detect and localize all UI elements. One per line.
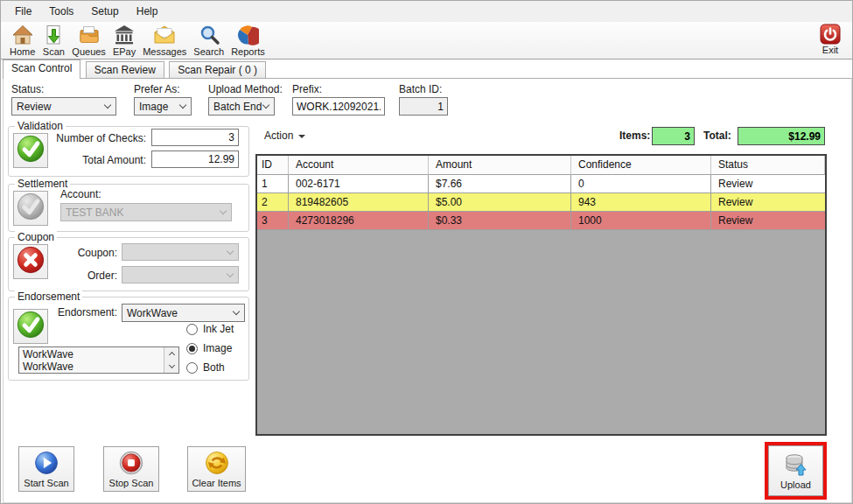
upload-method-value: Batch End (213, 101, 262, 113)
tab-scan-review[interactable]: Scan Review (86, 61, 164, 78)
queues-label: Queues (72, 46, 106, 57)
chevron-down-icon (179, 102, 186, 108)
spinner-down-icon[interactable] (168, 362, 174, 368)
list-item[interactable]: WorkWave (23, 348, 164, 360)
table-row[interactable]: 2 819482605 $5.00 943 Review (257, 193, 825, 212)
prefer-as-select[interactable]: Image (134, 97, 192, 116)
upload-button[interactable]: Upload (768, 445, 823, 496)
total-label: Total: (703, 130, 731, 142)
upload-method-select[interactable]: Batch End (208, 97, 275, 116)
endorsement-status-button[interactable] (13, 309, 48, 344)
col-status[interactable]: Status (711, 156, 825, 175)
menu-setup[interactable]: Setup (82, 1, 127, 22)
col-confidence[interactable]: Confidence (571, 156, 711, 175)
tab-scan-repair[interactable]: Scan Repair ( 0 ) (169, 61, 266, 78)
play-icon (34, 451, 59, 477)
search-button[interactable]: Search (190, 23, 227, 57)
clear-items-button[interactable]: Clear Items (187, 446, 246, 492)
radio-circle-icon (186, 362, 198, 374)
menu-help[interactable]: Help (128, 1, 167, 22)
stop-icon (119, 451, 143, 477)
menu-tools[interactable]: Tools (40, 1, 82, 22)
chevron-down-icon (227, 270, 234, 276)
action-menu-button[interactable]: Action (257, 126, 312, 145)
col-amount[interactable]: Amount (429, 156, 571, 175)
cell-status: Review (711, 193, 825, 212)
radio-selected-icon (186, 343, 198, 354)
messages-button[interactable]: Messages (139, 23, 190, 57)
list-item[interactable]: WorkWave (23, 360, 164, 373)
clear-items-label: Clear Items (192, 478, 241, 488)
chevron-down-icon (220, 207, 227, 214)
cell-amount: $7.66 (429, 175, 571, 193)
reports-label: Reports (231, 46, 265, 57)
epay-button[interactable]: EPay (109, 23, 139, 57)
col-account[interactable]: Account (289, 156, 429, 175)
prefer-as-value: Image (139, 101, 168, 113)
queues-button[interactable]: Queues (68, 23, 109, 57)
epay-icon (113, 24, 136, 46)
home-label: Home (10, 46, 35, 57)
total-amount-label: Total Amount: (52, 154, 146, 166)
number-of-checks-input[interactable] (151, 129, 239, 146)
number-of-checks-label: Number of Checks: (52, 132, 146, 144)
green-check-icon (17, 311, 45, 342)
refresh-icon (205, 451, 229, 477)
upload-highlight-box: Upload (765, 442, 827, 500)
scan-label: Scan (43, 46, 65, 57)
items-label: Items: (619, 130, 650, 142)
reports-button[interactable]: Reports (227, 23, 269, 57)
messages-label: Messages (143, 46, 186, 57)
spinner-up-icon[interactable] (168, 352, 174, 358)
coupon-status-button[interactable] (13, 244, 48, 279)
col-id[interactable]: ID (257, 156, 289, 175)
cell-amount: $0.33 (429, 212, 571, 230)
cell-confidence: 1000 (571, 212, 711, 230)
radio-image[interactable]: Image (186, 342, 232, 354)
endorsment-select[interactable]: WorkWave (122, 304, 245, 322)
coupon-select (122, 243, 239, 261)
table-row[interactable]: 3 4273018296 $0.33 1000 Review (257, 212, 825, 230)
order-label: Order: (53, 270, 117, 282)
exit-button[interactable]: Exit (815, 23, 845, 55)
search-icon (198, 24, 220, 46)
home-button[interactable]: Home (6, 23, 38, 57)
scan-button[interactable]: Scan (38, 23, 68, 57)
endorsment-value: WorkWave (127, 307, 178, 319)
items-grid: ID Account Amount Confidence Status 1 00… (255, 154, 827, 436)
cell-id: 1 (257, 175, 289, 193)
validation-status-button[interactable] (13, 133, 48, 168)
items-value: 3 (684, 130, 690, 143)
image-label: Image (203, 342, 232, 354)
status-select[interactable]: Review (11, 97, 116, 116)
table-row[interactable]: 1 002-6171 $7.66 0 Review (257, 175, 825, 193)
endorsement-listbox[interactable]: WorkWave WorkWave (18, 346, 179, 374)
cell-status: Review (711, 212, 825, 230)
home-icon (11, 24, 34, 46)
tab-scan-control[interactable]: Scan Control (3, 60, 80, 79)
prefix-label: Prefix: (292, 83, 322, 95)
start-scan-button[interactable]: Start Scan (18, 446, 74, 492)
scan-icon (42, 24, 65, 46)
green-check-icon (17, 135, 45, 166)
stop-scan-button[interactable]: Stop Scan (103, 446, 159, 492)
radio-both[interactable]: Both (186, 361, 225, 374)
both-label: Both (203, 361, 225, 374)
queues-icon (78, 24, 101, 46)
chevron-down-icon (227, 247, 234, 254)
prefer-as-label: Prefer As: (134, 83, 180, 95)
total-amount-input[interactable] (151, 150, 239, 168)
order-select (122, 266, 239, 284)
upload-database-icon (784, 452, 808, 479)
account-select: TEST BANK (60, 203, 232, 221)
prefix-input[interactable] (292, 97, 385, 116)
menu-file[interactable]: File (6, 1, 40, 22)
account-label: Account: (60, 188, 101, 200)
radio-ink-jet[interactable]: Ink Jet (186, 323, 234, 335)
upload-method-label: Upload Method: (208, 83, 283, 95)
batch-id-field (399, 97, 448, 116)
status-value: Review (17, 101, 51, 113)
exit-icon (820, 24, 841, 45)
grid-header-row: ID Account Amount Confidence Status (257, 156, 825, 175)
cell-id: 2 (257, 193, 289, 212)
